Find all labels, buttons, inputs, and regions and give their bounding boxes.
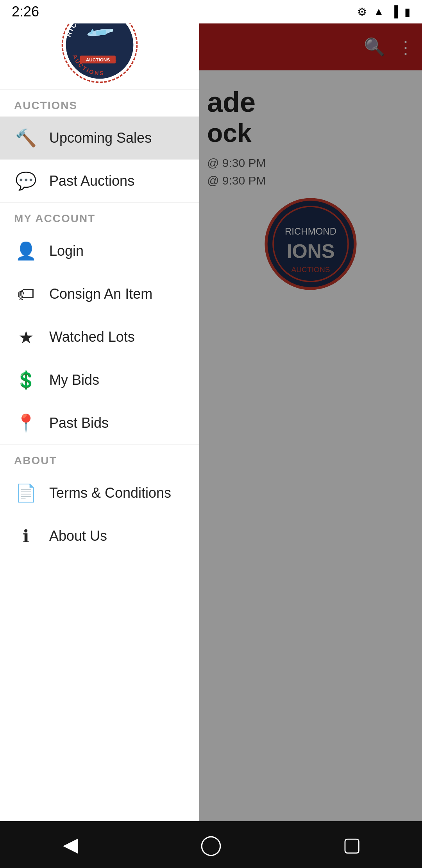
battery-icon: ▮ xyxy=(404,5,410,18)
about-us-label: About Us xyxy=(49,528,107,544)
tag-icon: 🏷 xyxy=(14,282,38,306)
back-button[interactable]: ◀ xyxy=(55,829,86,860)
menu-item-terms-conditions[interactable]: 📄 Terms & Conditions xyxy=(0,472,199,515)
past-auctions-icon: 💬 xyxy=(14,169,38,193)
menu-item-watched-lots[interactable]: ★ Watched Lots xyxy=(0,316,199,359)
menu-item-about-us[interactable]: ℹ About Us xyxy=(0,515,199,558)
section-label-my-account: MY ACCOUNT xyxy=(0,203,199,230)
navigation-bar: ◀ ◯ ▢ xyxy=(0,821,422,868)
past-auctions-label: Past Auctions xyxy=(49,173,134,189)
svg-text:AUCTIONS: AUCTIONS xyxy=(86,57,110,62)
gavel-icon: 🔨 xyxy=(14,126,38,150)
navigation-drawer: RICHMOND AUCTIONS ★ ★ AUCTIONS AUCTIONS … xyxy=(0,0,199,868)
document-icon: 📄 xyxy=(14,481,38,505)
watched-lots-label: Watched Lots xyxy=(49,329,135,345)
my-bids-label: My Bids xyxy=(49,372,99,388)
menu-item-past-bids[interactable]: 📍 Past Bids xyxy=(0,402,199,445)
menu-item-past-auctions[interactable]: 💬 Past Auctions xyxy=(0,160,199,203)
menu-item-my-bids[interactable]: 💲 My Bids xyxy=(0,359,199,402)
upcoming-sales-label: Upcoming Sales xyxy=(49,130,152,146)
terms-conditions-label: Terms & Conditions xyxy=(49,485,171,501)
menu-item-upcoming-sales[interactable]: 🔨 Upcoming Sales xyxy=(0,117,199,160)
location-dollar-icon: 📍 xyxy=(14,411,38,435)
recent-button[interactable]: ▢ xyxy=(336,829,367,860)
section-my-account: MY ACCOUNT 👤 Login 🏷 Consign An Item ★ W… xyxy=(0,203,199,445)
section-label-about: ABOUT xyxy=(0,445,199,472)
info-icon: ℹ xyxy=(14,524,38,548)
menu-item-login[interactable]: 👤 Login xyxy=(0,230,199,273)
signal-icon: ▐ xyxy=(390,5,398,18)
section-label-auctions: AUCTIONS xyxy=(0,90,199,117)
home-button[interactable]: ◯ xyxy=(195,829,227,860)
star-icon: ★ xyxy=(14,325,38,349)
status-icons: ⚙ ▲ ▐ ▮ xyxy=(357,5,410,18)
login-label: Login xyxy=(49,243,84,259)
section-auctions: AUCTIONS 🔨 Upcoming Sales 💬 Past Auction… xyxy=(0,90,199,203)
person-icon: 👤 xyxy=(14,239,38,263)
wifi-icon: ▲ xyxy=(373,5,384,18)
status-bar: 2:26 ⚙ ▲ ▐ ▮ xyxy=(0,0,422,23)
status-time: 2:26 xyxy=(12,4,39,20)
section-about: ABOUT 📄 Terms & Conditions ℹ About Us xyxy=(0,445,199,558)
menu-item-consign-an-item[interactable]: 🏷 Consign An Item xyxy=(0,273,199,316)
dollar-pin-icon: 💲 xyxy=(14,368,38,392)
settings-icon: ⚙ xyxy=(357,5,367,18)
consign-an-item-label: Consign An Item xyxy=(49,286,152,302)
past-bids-label: Past Bids xyxy=(49,415,109,431)
